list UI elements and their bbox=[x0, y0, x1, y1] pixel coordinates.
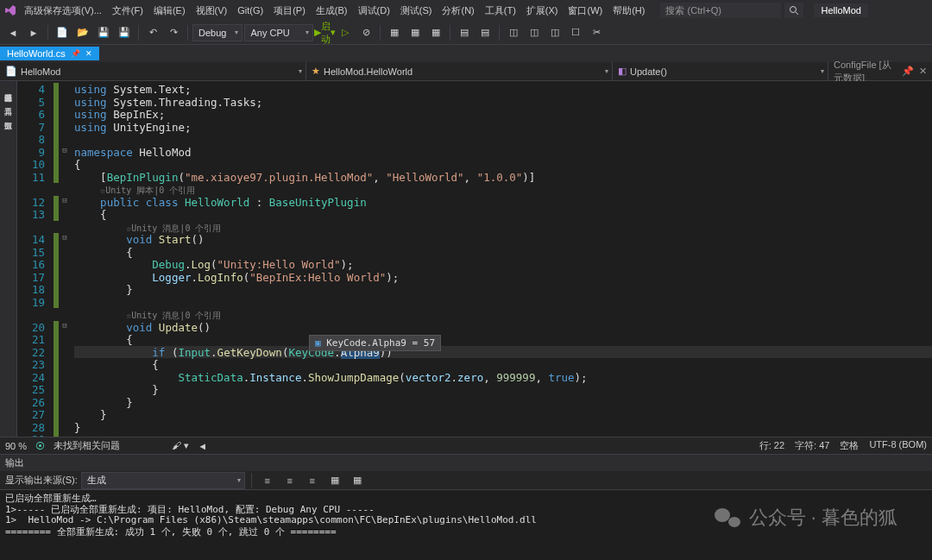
watermark: 公众号 · 暮色的狐 bbox=[715, 505, 897, 531]
pin-icon[interactable]: 📌 bbox=[71, 49, 80, 58]
indent-mode[interactable]: 空格 bbox=[840, 439, 859, 452]
save-icon[interactable]: 💾 bbox=[94, 23, 113, 42]
menu-item[interactable]: 高级保存选项(V)... bbox=[19, 3, 107, 17]
output-tool-icon[interactable]: ≡ bbox=[280, 471, 299, 490]
stop-icon[interactable]: ⊘ bbox=[356, 23, 375, 42]
tool-icon[interactable]: ▤ bbox=[475, 23, 494, 42]
output-tool-icon[interactable]: ▦ bbox=[348, 471, 367, 490]
left-sidebar: 服务器资源管理器 工具箱 数据源 bbox=[0, 81, 17, 437]
editor-area: 服务器资源管理器 工具箱 数据源 45678910111213141516171… bbox=[0, 81, 932, 437]
document-tab[interactable]: HelloWorld.cs 📌 ✕ bbox=[0, 47, 99, 60]
tool-icon[interactable]: ▤ bbox=[455, 23, 474, 42]
vs-logo-icon bbox=[3, 3, 17, 17]
line-numbers: 4567891011121314151617181920212223242526… bbox=[17, 81, 54, 437]
issues-text: 未找到相关问题 bbox=[54, 439, 120, 452]
close-icon[interactable]: ✕ bbox=[919, 66, 927, 77]
menu-item[interactable]: 生成(B) bbox=[311, 3, 353, 17]
issue-icon: ⦿ bbox=[35, 441, 45, 451]
config-dropdown[interactable]: Debug bbox=[192, 24, 242, 41]
document-tabbar: HelloWorld.cs 📌 ✕ bbox=[0, 45, 932, 62]
menu-item[interactable]: 调试(D) bbox=[353, 3, 395, 17]
method-icon: ◧ bbox=[618, 66, 627, 77]
search-box[interactable]: 搜索 (Ctrl+Q) bbox=[660, 3, 781, 18]
output-tool-icon[interactable]: ≡ bbox=[258, 471, 277, 490]
nav-extra: ConfigFile [从元数据]📌✕ bbox=[828, 62, 932, 80]
open-icon[interactable]: 📂 bbox=[73, 23, 92, 42]
menubar: 高级保存选项(V)...文件(F)编辑(E)视图(V)Git(G)项目(P)生成… bbox=[0, 0, 932, 21]
wechat-icon bbox=[715, 507, 740, 529]
tool-icon[interactable]: ▦ bbox=[385, 23, 404, 42]
output-header[interactable]: 输出 bbox=[0, 454, 932, 471]
tool-icon[interactable]: ◫ bbox=[504, 23, 523, 42]
encoding[interactable]: UTF-8 (BOM) bbox=[869, 439, 927, 452]
nav-left-icon[interactable]: ◄ bbox=[198, 441, 207, 451]
code-navbar: 📄HelloMod ★HelloMod.HelloWorld ◧Update()… bbox=[0, 62, 932, 81]
close-icon[interactable]: ✕ bbox=[85, 49, 92, 58]
tool-icon[interactable]: ◫ bbox=[525, 23, 544, 42]
menu-item[interactable]: 工具(T) bbox=[480, 3, 521, 17]
line-indicator: 行: 22 bbox=[759, 439, 784, 452]
menu-item[interactable]: 扩展(X) bbox=[521, 3, 564, 17]
menu-item[interactable]: 视图(V) bbox=[191, 3, 233, 17]
forward-button[interactable]: ► bbox=[24, 23, 43, 42]
zoom-level[interactable]: 90 % bbox=[5, 441, 27, 451]
svg-line-1 bbox=[796, 12, 798, 15]
output-tool-icon[interactable]: ▦ bbox=[325, 471, 344, 490]
code-content[interactable]: using System.Text;using System.Threading… bbox=[71, 81, 932, 437]
intellisense-tooltip: ▣ KeyCode.Alpha9 = 57 bbox=[309, 335, 441, 351]
start-no-debug-icon[interactable]: ▷ bbox=[336, 23, 355, 42]
tool-icon[interactable]: ▦ bbox=[406, 23, 425, 42]
tab-label: HelloWorld.cs bbox=[7, 48, 66, 59]
field-icon: ▣ bbox=[315, 337, 321, 349]
pin-icon[interactable]: 📌 bbox=[902, 66, 914, 77]
platform-dropdown[interactable]: Any CPU bbox=[244, 24, 313, 41]
search-placeholder: 搜索 (Ctrl+Q) bbox=[665, 4, 721, 17]
editor-status-bar: 90 % ⦿ 未找到相关问题 🖌 ▾ ◄ 行: 22 字符: 47 空格 UTF… bbox=[0, 437, 932, 454]
new-file-icon[interactable]: 📄 bbox=[53, 23, 72, 42]
nav-member-dropdown[interactable]: ◧Update() bbox=[613, 62, 828, 80]
menu-item[interactable]: 帮助(H) bbox=[608, 3, 650, 17]
menu-item[interactable]: 编辑(E) bbox=[148, 3, 191, 17]
menu-item[interactable]: 测试(S) bbox=[395, 3, 438, 17]
redo-icon[interactable]: ↷ bbox=[164, 23, 183, 42]
start-button[interactable]: ▶ 启动 ▾ bbox=[315, 23, 334, 42]
back-button[interactable]: ◄ bbox=[3, 23, 22, 42]
search-button[interactable] bbox=[784, 3, 803, 18]
tool-icon[interactable]: ☐ bbox=[566, 23, 585, 42]
svg-point-0 bbox=[790, 7, 797, 13]
output-source-label: 显示输出来源(S): bbox=[5, 474, 78, 487]
menu-item[interactable]: Git(G) bbox=[232, 3, 268, 17]
class-icon: ★ bbox=[312, 66, 320, 77]
nav-class-dropdown[interactable]: ★HelloMod.HelloWorld bbox=[306, 62, 613, 80]
toolbar: ◄ ► 📄 📂 💾 💾 ↶ ↷ Debug Any CPU ▶ 启动 ▾ ▷ ⊘… bbox=[0, 21, 932, 45]
menu-item[interactable]: 分析(N) bbox=[437, 3, 479, 17]
fold-column[interactable]: ⊟⊟⊟⊟ bbox=[59, 81, 71, 437]
brush-icon[interactable]: 🖌 ▾ bbox=[172, 440, 189, 451]
code-editor[interactable]: 4567891011121314151617181920212223242526… bbox=[17, 81, 932, 437]
save-all-icon[interactable]: 💾 bbox=[115, 23, 134, 42]
tool-icon[interactable]: ✂ bbox=[587, 23, 606, 42]
solution-name: HelloMod bbox=[814, 3, 867, 17]
csharp-icon: 📄 bbox=[5, 66, 17, 77]
output-toolbar: 显示输出来源(S): 生成 ≡ ≡ ≡ ▦ ▦ bbox=[0, 471, 932, 490]
menu-item[interactable]: 窗口(W) bbox=[563, 3, 608, 17]
tool-icon[interactable]: ◫ bbox=[545, 23, 564, 42]
output-tool-icon[interactable]: ≡ bbox=[303, 471, 322, 490]
nav-project-dropdown[interactable]: 📄HelloMod bbox=[0, 62, 306, 80]
output-source-dropdown[interactable]: 生成 bbox=[81, 472, 245, 489]
menu-item[interactable]: 项目(P) bbox=[268, 3, 311, 17]
col-indicator: 字符: 47 bbox=[795, 439, 829, 452]
tool-icon[interactable]: ▦ bbox=[426, 23, 445, 42]
undo-icon[interactable]: ↶ bbox=[143, 23, 162, 42]
menu-item[interactable]: 文件(F) bbox=[107, 3, 148, 17]
